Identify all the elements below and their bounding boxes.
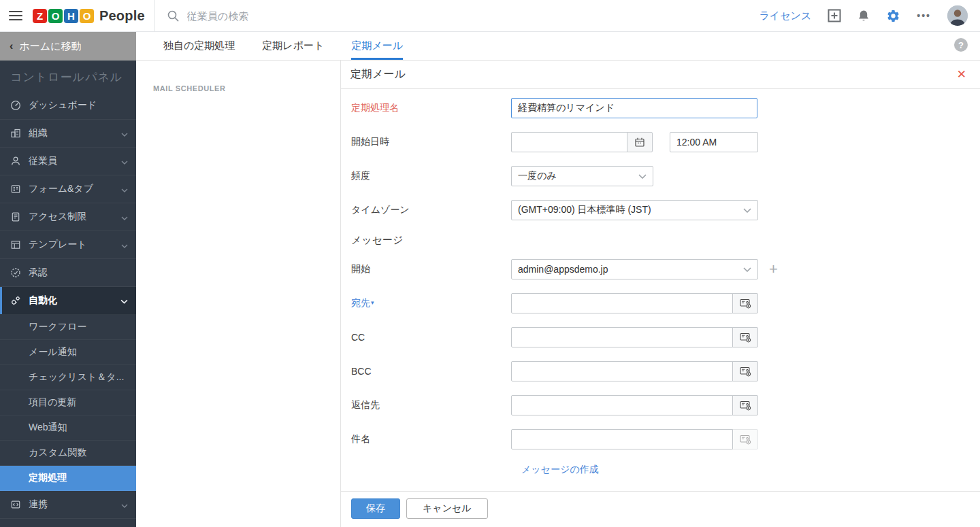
sidebar-item-label: アクセス制限 xyxy=(29,211,121,223)
reply-to-label: 返信先 xyxy=(351,399,511,411)
frequency-row: 頻度 一度のみ xyxy=(351,166,980,186)
reply-to-contact-picker-button[interactable] xyxy=(732,395,758,415)
sidebar-subitem-checklist[interactable]: チェックリスト＆タ... xyxy=(0,365,136,390)
add-plus-square-icon[interactable] xyxy=(828,9,841,22)
list-panel-title: MAIL SCHEDULER xyxy=(153,84,340,92)
frequency-select[interactable]: 一度のみ xyxy=(511,166,653,186)
search-input[interactable] xyxy=(187,10,473,22)
form-header: 定期メール ✕ xyxy=(341,61,980,89)
compose-message-row: メッセージの作成 xyxy=(521,463,980,476)
subject-input[interactable] xyxy=(511,429,733,449)
from-select[interactable]: admin@appsdemo.jp xyxy=(511,259,758,279)
chevron-down-icon xyxy=(120,295,128,306)
cancel-button[interactable]: キャンセル xyxy=(406,498,488,519)
sidebar-item-label: 従業員 xyxy=(29,155,121,167)
sidebar-subitem-field-update[interactable]: 項目の更新 xyxy=(0,390,136,415)
tab-report-scheduler[interactable]: 定期レポート xyxy=(262,32,324,60)
back-to-home-label: ホームに移動 xyxy=(19,40,81,53)
close-icon[interactable]: ✕ xyxy=(957,69,966,80)
dashboard-icon xyxy=(10,100,21,111)
to-label[interactable]: 宛先▾ xyxy=(351,297,511,309)
settings-gear-icon[interactable] xyxy=(886,9,900,23)
subject-row: 件名 xyxy=(351,429,980,449)
sidebar-item-label: 組織 xyxy=(29,127,121,139)
chevron-down-icon xyxy=(121,239,128,250)
tab-custom-scheduler[interactable]: 独自の定期処理 xyxy=(163,32,235,60)
bcc-contact-picker-button[interactable] xyxy=(732,361,758,381)
cc-contact-picker-button[interactable] xyxy=(732,327,758,347)
sidebar-subitem-web-notification[interactable]: Web通知 xyxy=(0,415,136,441)
frequency-value: 一度のみ xyxy=(518,170,638,182)
subject-label: 件名 xyxy=(351,433,511,445)
mail-scheduler-form-panel: 定期メール ✕ 定期処理名 開始日時 xyxy=(340,61,980,527)
sidebar-item-organization[interactable]: 組織 xyxy=(0,120,136,148)
add-from-address-icon[interactable]: + xyxy=(769,262,778,277)
start-time-input[interactable] xyxy=(670,132,758,152)
save-button[interactable]: 保存 xyxy=(351,498,400,519)
cc-input[interactable] xyxy=(511,327,733,347)
start-datetime-row: 開始日時 xyxy=(351,132,980,152)
contact-add-icon xyxy=(740,367,751,377)
chevron-down-icon xyxy=(121,156,128,167)
sidebar-item-data-admin[interactable]: データの管理 xyxy=(0,519,136,527)
search-icon xyxy=(167,10,179,22)
chevron-down-icon xyxy=(121,184,128,194)
sidebar-subitem-custom-function[interactable]: カスタム関数 xyxy=(0,441,136,466)
compose-message-link[interactable]: メッセージの作成 xyxy=(521,464,599,475)
sidebar-item-access-restriction[interactable]: アクセス制限 xyxy=(0,203,136,231)
timezone-select[interactable]: (GMT+09:00) 日本標準時 (JST) xyxy=(511,200,758,220)
template-icon xyxy=(10,239,21,250)
sidebar-item-automation[interactable]: 自動化 xyxy=(0,287,136,315)
hamburger-menu-icon[interactable] xyxy=(0,8,31,23)
frequency-label: 頻度 xyxy=(351,170,511,182)
form-footer: 保存 キャンセル xyxy=(341,491,980,527)
topbar-actions: ライセンス ••• xyxy=(760,5,980,26)
user-avatar[interactable] xyxy=(947,5,968,26)
notification-bell-icon[interactable] xyxy=(858,10,870,22)
approval-icon xyxy=(10,267,21,278)
logo-tile: O xyxy=(48,9,63,23)
back-to-home-button[interactable]: ‹ ホームに移動 xyxy=(0,32,136,61)
sidebar-item-employee[interactable]: 従業員 xyxy=(0,148,136,175)
tab-row: ‹ ホームに移動 独自の定期処理 定期レポート 定期メール ? xyxy=(0,32,980,61)
product-name: People xyxy=(99,8,145,24)
to-row: 宛先▾ xyxy=(351,293,980,313)
sidebar: コントロールパネル ダッシュボード 組織 従業員 フォーム&タ xyxy=(0,61,136,527)
sidebar-item-approval[interactable]: 承認 xyxy=(0,259,136,287)
timezone-row: タイムゾーン (GMT+09:00) 日本標準時 (JST) xyxy=(351,200,980,220)
sidebar-subitem-scheduler[interactable]: 定期処理 xyxy=(0,466,136,491)
logo-tile: Z xyxy=(33,9,47,23)
sidebar-item-dashboard[interactable]: ダッシュボード xyxy=(0,92,136,120)
access-restriction-icon xyxy=(10,211,21,222)
zoho-people-logo[interactable]: Z O H O People xyxy=(33,8,145,24)
bcc-label: BCC xyxy=(351,366,511,377)
license-link[interactable]: ライセンス xyxy=(760,10,812,22)
sidebar-item-template[interactable]: テンプレート xyxy=(0,231,136,259)
logo-tile: H xyxy=(64,9,78,23)
sidebar-item-forms-tabs[interactable]: フォーム&タブ xyxy=(0,175,136,203)
sidebar-subitem-mail-alert[interactable]: メール通知 xyxy=(0,340,136,365)
calendar-picker-button[interactable] xyxy=(627,132,653,152)
to-contact-picker-button[interactable] xyxy=(732,293,758,313)
from-label: 開始 xyxy=(351,263,511,275)
bcc-input[interactable] xyxy=(511,361,733,381)
contact-add-icon xyxy=(740,435,751,445)
chevron-down-icon xyxy=(121,499,128,510)
sidebar-item-label: フォーム&タブ xyxy=(29,183,121,195)
to-input[interactable] xyxy=(511,293,733,313)
help-icon[interactable]: ? xyxy=(954,38,968,52)
start-date-input[interactable] xyxy=(511,132,627,152)
tab-mail-scheduler[interactable]: 定期メール xyxy=(351,32,403,60)
scheduler-name-input[interactable] xyxy=(511,98,757,118)
sidebar-subitem-workflow[interactable]: ワークフロー xyxy=(0,315,136,340)
scheduler-name-row: 定期処理名 xyxy=(351,98,980,118)
chevron-down-icon xyxy=(121,128,128,139)
form-title: 定期メール xyxy=(350,67,957,82)
start-datetime-label: 開始日時 xyxy=(351,136,511,148)
reply-to-input[interactable] xyxy=(511,395,733,415)
scheduler-name-label: 定期処理名 xyxy=(351,102,511,114)
sidebar-section-title: コントロールパネル xyxy=(0,61,136,92)
sidebar-item-integration[interactable]: 連携 xyxy=(0,491,136,519)
sidebar-item-label: テンプレート xyxy=(29,239,121,251)
more-options-icon[interactable]: ••• xyxy=(917,10,931,21)
